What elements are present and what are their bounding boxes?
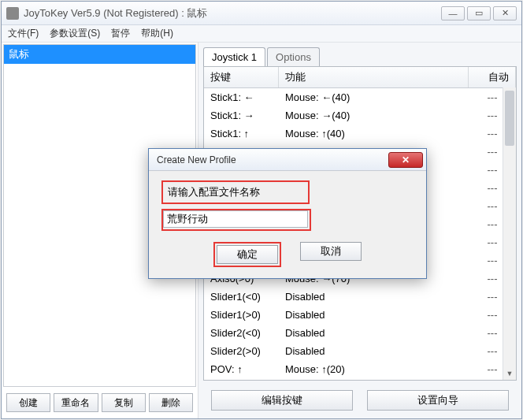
cell-func: Mouse: →(40) (279, 108, 469, 123)
cell-func: Disabled (279, 344, 469, 359)
dialog-title: Create New Profile (157, 154, 236, 165)
cell-key: Slider2(>0) (204, 344, 279, 359)
cell-key: Slider2(<0) (204, 325, 279, 340)
delete-button[interactable]: 删除 (149, 393, 193, 412)
cell-func: Disabled (279, 307, 469, 322)
table-row[interactable]: Slider2(<0)Disabled--- (204, 324, 516, 342)
dialog-body: 请输入配置文件名称 确定 取消 (149, 171, 426, 278)
cell-func: Mouse: ←(40) (279, 90, 469, 105)
dialog-titlebar: Create New Profile ✕ (149, 149, 426, 171)
menu-pause[interactable]: 暂停 (111, 27, 130, 40)
profile-name-input[interactable] (163, 210, 308, 228)
cell-key: Stick1: ↑ (204, 126, 279, 141)
menubar: 文件(F) 参数设置(S) 暂停 帮助(H) (2, 25, 521, 43)
col-func[interactable]: 功能 (279, 67, 469, 87)
window-title: JoyToKey Ver5.9 (Not Registered) : 鼠标 (24, 6, 439, 20)
minimize-button[interactable]: — (441, 6, 465, 20)
create-button[interactable]: 创建 (6, 393, 50, 412)
dialog-close-button[interactable]: ✕ (388, 152, 423, 168)
col-key[interactable]: 按键 (204, 67, 279, 87)
cell-key: Stick1: → (204, 108, 279, 123)
table-row[interactable]: POV: ↑Mouse: ↑(20)--- (204, 360, 516, 378)
profile-item-selected[interactable]: 鼠标 (4, 45, 195, 64)
table-row[interactable]: Stick1: →Mouse: →(40)--- (204, 106, 516, 125)
scroll-down-icon[interactable]: ▼ (503, 366, 516, 380)
table-row[interactable]: Stick1: ←Mouse: ←(40)--- (204, 88, 516, 106)
cell-key: POV: ↑ (204, 362, 279, 377)
bottom-buttons: 编辑按键 设置向导 (198, 384, 521, 418)
app-icon (6, 7, 19, 20)
cancel-button[interactable]: 取消 (300, 242, 362, 261)
copy-button[interactable]: 复制 (102, 393, 146, 412)
menu-file[interactable]: 文件(F) (8, 27, 39, 40)
tab-bar: Joystick 1 Options (198, 43, 521, 66)
rename-button[interactable]: 重命名 (54, 393, 98, 412)
table-header: 按键 功能 自动 (204, 67, 516, 88)
dialog-buttons: 确定 取消 (161, 242, 414, 267)
close-icon: ✕ (402, 154, 410, 165)
titlebar: JoyToKey Ver5.9 (Not Registered) : 鼠标 — … (2, 2, 521, 25)
window-controls: — ▭ ✕ (439, 6, 517, 20)
cell-key: Slider1(>0) (204, 307, 279, 322)
edit-keys-button[interactable]: 编辑按键 (211, 390, 353, 411)
table-row[interactable]: Slider1(<0)Disabled--- (204, 288, 516, 306)
cell-func: Mouse: ↑(40) (279, 126, 469, 141)
vertical-scrollbar[interactable]: ▲ ▼ (503, 87, 516, 380)
dialog-input-highlight (161, 209, 311, 231)
cell-func: Disabled (279, 289, 469, 304)
dialog-label: 请输入配置文件名称 (161, 180, 310, 204)
sidebar-buttons: 创建 重命名 复制 删除 (2, 388, 198, 418)
cell-key: Stick1: ← (204, 90, 279, 105)
tab-options[interactable]: Options (267, 47, 320, 66)
close-button[interactable]: ✕ (493, 6, 517, 20)
create-profile-dialog: Create New Profile ✕ 请输入配置文件名称 确定 取消 (148, 148, 427, 279)
cell-key: Slider1(<0) (204, 289, 279, 304)
ok-button[interactable]: 确定 (217, 245, 278, 264)
menu-help[interactable]: 帮助(H) (141, 27, 173, 40)
scroll-thumb[interactable] (505, 91, 514, 146)
col-auto[interactable]: 自动 (469, 67, 516, 87)
cell-func: Mouse: ↑(20) (279, 362, 469, 377)
setup-wizard-button[interactable]: 设置向导 (367, 390, 509, 411)
table-row[interactable]: Slider1(>0)Disabled--- (204, 306, 516, 324)
table-row[interactable]: Slider2(>0)Disabled--- (204, 342, 516, 360)
tab-joystick[interactable]: Joystick 1 (203, 47, 265, 66)
table-row[interactable]: Stick1: ↑Mouse: ↑(40)--- (204, 125, 516, 143)
ok-highlight: 确定 (213, 242, 281, 267)
maximize-button[interactable]: ▭ (467, 6, 491, 20)
cell-func: Disabled (279, 325, 469, 340)
menu-settings[interactable]: 参数设置(S) (50, 27, 100, 40)
